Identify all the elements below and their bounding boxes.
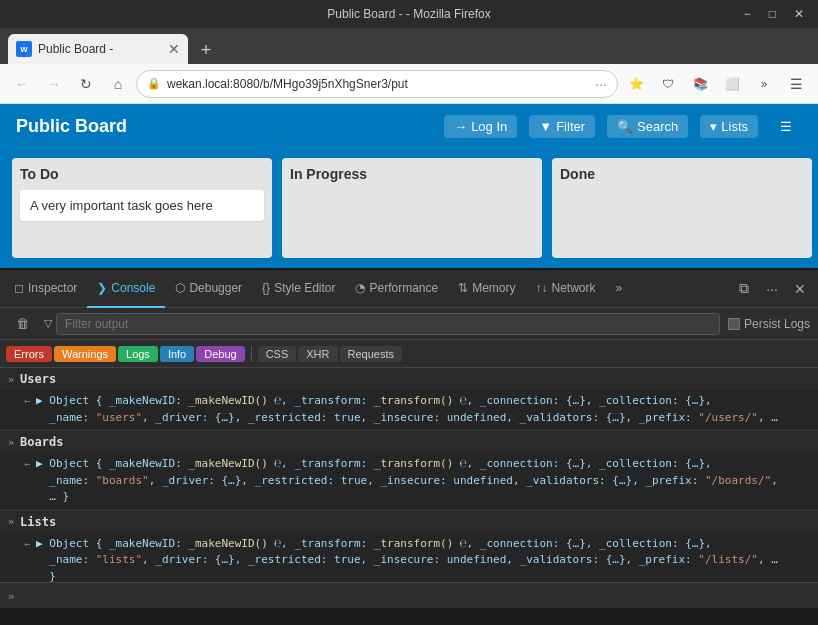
users-label: Users: [20, 372, 56, 386]
filter-warnings-button[interactable]: Warnings: [54, 346, 116, 362]
filter-info-button[interactable]: Info: [160, 346, 194, 362]
boards-expand-arrow[interactable]: »: [8, 437, 14, 448]
list-title-inprogress: In Progress: [290, 166, 534, 182]
filter-errors-button[interactable]: Errors: [6, 346, 52, 362]
search-button[interactable]: 🔍 Search: [607, 115, 688, 138]
tab-network[interactable]: ↑↓ Network: [526, 270, 606, 308]
overflow-button[interactable]: »: [750, 70, 778, 98]
network-icon: ↑↓: [536, 281, 548, 295]
devtools-close-button[interactable]: ✕: [786, 275, 814, 303]
back-button[interactable]: ←: [8, 70, 36, 98]
board-list-inprogress: In Progress: [282, 158, 542, 258]
tab-performance[interactable]: ◔ Performance: [345, 270, 448, 308]
console-input-arrow: »: [8, 590, 14, 602]
users-section-header[interactable]: » Users: [0, 368, 818, 390]
console-section-lists: » Lists ← ▶ Object { _makeNewID: _makeNe…: [0, 511, 818, 583]
filter-logs-button[interactable]: Logs: [118, 346, 158, 362]
users-arrow: ←: [24, 395, 30, 406]
synced-tabs-button[interactable]: ⬜: [718, 70, 746, 98]
lists-section-header[interactable]: » Lists: [0, 511, 818, 533]
address-more-button[interactable]: ···: [595, 76, 607, 92]
boards-section-header[interactable]: » Boards: [0, 431, 818, 453]
minimize-button[interactable]: −: [738, 5, 757, 23]
filter-requests-button[interactable]: Requests: [340, 346, 402, 362]
board-menu-button[interactable]: ☰: [770, 115, 802, 138]
maximize-button[interactable]: □: [763, 5, 782, 23]
devtools-more-button[interactable]: ···: [758, 275, 786, 303]
tab-close-button[interactable]: ✕: [168, 41, 180, 57]
console-filter-input[interactable]: [56, 313, 720, 335]
devtools-copy-button[interactable]: ⧉: [730, 275, 758, 303]
lists-expand-arrow[interactable]: »: [8, 516, 14, 527]
close-button[interactable]: ✕: [788, 5, 810, 23]
tab-inspector[interactable]: ◻ Inspector: [4, 270, 87, 308]
inspector-icon: ◻: [14, 281, 24, 295]
filter-xhr-button[interactable]: XHR: [298, 346, 337, 362]
lists-button[interactable]: ▾ Lists: [700, 115, 758, 138]
list-empty-done: [560, 190, 804, 230]
boards-code: ▶ Object { _makeNewID: _makeNewID() ℮, _…: [36, 456, 778, 506]
list-title-done: Done: [560, 166, 804, 182]
home-button[interactable]: ⌂: [104, 70, 132, 98]
board-card[interactable]: A very important task goes here: [20, 190, 264, 221]
extensions-button[interactable]: 🛡: [654, 70, 682, 98]
tab-favicon: w: [16, 41, 32, 57]
secure-icon: 🔒: [147, 77, 161, 90]
filter-separator: [251, 346, 252, 362]
login-icon: →: [454, 119, 467, 134]
library-button[interactable]: 📚: [686, 70, 714, 98]
boards-label: Boards: [20, 435, 63, 449]
lists-arrow: ←: [24, 538, 30, 549]
tab-memory[interactable]: ⇅ Memory: [448, 270, 525, 308]
filter-button[interactable]: ▼ Filter: [529, 115, 595, 138]
nav-bar: ← → ↻ ⌂ 🔒 wekan.local:8080/b/MHgo39j5nXh…: [0, 64, 818, 104]
console-icon: ❯: [97, 281, 107, 295]
devtools-panel: ◻ Inspector ❯ Console ⬡ Debugger {} Styl…: [0, 268, 818, 608]
boards-arrow: ←: [24, 458, 30, 469]
window-controls: − □ ✕: [738, 5, 810, 23]
reload-button[interactable]: ↻: [72, 70, 100, 98]
tab-debugger[interactable]: ⬡ Debugger: [165, 270, 252, 308]
filter-debug-button[interactable]: Debug: [196, 346, 244, 362]
lists-row[interactable]: ← ▶ Object { _makeNewID: _makeNewID() ℮,…: [0, 533, 818, 583]
tab-style-editor[interactable]: {} Style Editor: [252, 270, 345, 308]
search-icon: 🔍: [617, 119, 633, 134]
boards-row[interactable]: ← ▶ Object { _makeNewID: _makeNewID() ℮,…: [0, 453, 818, 510]
board-list-todo: To Do A very important task goes here: [12, 158, 272, 258]
memory-icon: ⇅: [458, 281, 468, 295]
filter-css-button[interactable]: CSS: [258, 346, 297, 362]
style-editor-icon: {}: [262, 281, 270, 295]
lists-code: ▶ Object { _makeNewID: _makeNewID() ℮, _…: [36, 536, 778, 583]
bookmarks-button[interactable]: ⭐: [622, 70, 650, 98]
window-title: Public Board - - Mozilla Firefox: [327, 7, 490, 21]
browser-tab[interactable]: w Public Board - ✕: [8, 34, 188, 64]
tab-bar: w Public Board - ✕ +: [0, 28, 818, 64]
tab-title: Public Board -: [38, 42, 162, 56]
console-section-boards: » Boards ← ▶ Object { _makeNewID: _makeN…: [0, 431, 818, 511]
persist-logs-checkbox[interactable]: [728, 318, 740, 330]
tab-overflow-button[interactable]: »: [606, 270, 633, 308]
debugger-icon: ⬡: [175, 281, 185, 295]
title-bar: Public Board - - Mozilla Firefox − □ ✕: [0, 0, 818, 28]
users-row[interactable]: ← ▶ Object { _makeNewID: _makeNewID() ℮,…: [0, 390, 818, 430]
users-code: ▶ Object { _makeNewID: _makeNewID() ℮, _…: [36, 393, 778, 426]
new-tab-button[interactable]: +: [192, 36, 220, 64]
performance-icon: ◔: [355, 281, 365, 295]
address-bar[interactable]: 🔒 wekan.local:8080/b/MHgo39j5nXhgSner3/p…: [136, 70, 618, 98]
lists-dropdown-icon: ▾: [710, 119, 717, 134]
filter-icon: ▼: [539, 119, 552, 134]
clear-console-button[interactable]: 🗑: [8, 310, 36, 338]
tab-console[interactable]: ❯ Console: [87, 270, 165, 308]
console-output: » Users ← ▶ Object { _makeNewID: _makeNe…: [0, 368, 818, 582]
persist-logs-label: Persist Logs: [744, 317, 810, 331]
devtools-toolbar: ◻ Inspector ❯ Console ⬡ Debugger {} Styl…: [0, 270, 818, 308]
forward-button[interactable]: →: [40, 70, 68, 98]
menu-button[interactable]: ☰: [782, 70, 810, 98]
list-empty-inprogress: [290, 190, 534, 230]
app-header: Public Board → Log In ▼ Filter 🔍 Search …: [0, 104, 818, 148]
login-button[interactable]: → Log In: [444, 115, 517, 138]
board-list-done: Done: [552, 158, 812, 258]
users-expand-arrow[interactable]: »: [8, 374, 14, 385]
app-title: Public Board: [16, 116, 432, 137]
log-filter-bar: Errors Warnings Logs Info Debug CSS XHR …: [0, 340, 818, 368]
